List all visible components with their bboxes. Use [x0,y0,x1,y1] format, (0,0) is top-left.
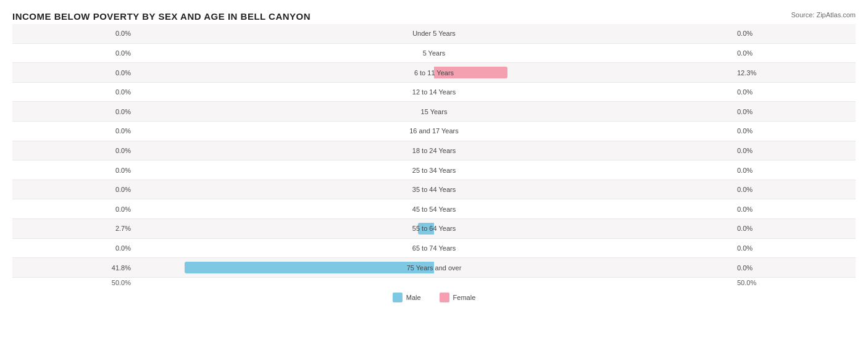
chart-container: INCOME BELOW POVERTY BY SEX AND AGE IN B… [0,0,868,345]
row-label: 25 to 34 Years [410,167,458,174]
female-label: Female [453,294,476,301]
male-color-swatch [393,293,403,302]
bars-center: 75 Years and over [136,258,732,277]
table-row: 41.8% 75 Years and over 0.0% [12,258,856,278]
rows-container: 0.0% Under 5 Years 0.0% 0.0% [12,24,856,278]
label-box: 25 to 34 Years [378,160,490,180]
bars-center: 6 to 11 Years [136,63,732,82]
row-label: Under 5 Years [410,30,458,37]
label-box: 5 Years [378,44,490,63]
table-row: 0.0% 25 to 34 Years 0.0% [12,160,856,180]
legend-male: Male [393,293,421,302]
chart-title: INCOME BELOW POVERTY BY SEX AND AGE IN B… [12,11,856,22]
label-box: 18 to 24 Years [378,141,490,160]
label-box: Under 5 Years [378,24,490,43]
label-box: 6 to 11 Years [378,63,490,82]
row-label: 35 to 44 Years [410,186,458,193]
bars-center: 25 to 34 Years [136,160,732,180]
legend-female: Female [440,293,476,302]
label-box: 12 to 14 Years [378,83,490,102]
axis-left: 50.0% [12,279,136,286]
table-row: 0.0% 12 to 14 Years 0.0% [12,83,856,102]
axis-right: 50.0% [732,279,856,286]
table-row: 0.0% 16 and 17 Years 0.0% [12,122,856,141]
table-row: 2.7% 55 to 64 Years 0.0% [12,219,856,239]
row-label: 55 to 64 Years [410,225,458,232]
table-row: 0.0% 65 to 74 Years 0.0% [12,239,856,259]
male-value: 0.0% [12,186,136,193]
male-value: 0.0% [12,30,136,37]
bars-center: 16 and 17 Years [136,122,732,141]
row-label: 15 Years [419,108,450,115]
bars-center: 12 to 14 Years [136,83,732,102]
male-value: 41.8% [12,264,136,272]
male-value: 0.0% [12,244,136,252]
male-value: 0.0% [12,147,136,154]
table-row: 0.0% 15 Years 0.0% [12,102,856,122]
female-value: 0.0% [732,167,856,174]
axis-labels: 50.0% 50.0% [12,279,856,286]
bars-center: 15 Years [136,102,732,121]
chart-area: 0.0% Under 5 Years 0.0% 0.0% [12,24,856,296]
label-box: 15 Years [378,102,490,121]
male-value: 0.0% [12,167,136,174]
male-value: 0.0% [12,49,136,57]
table-row: 0.0% 6 to 11 Years 12.3% [12,63,856,83]
source-text: Source: ZipAtlas.com [791,11,856,19]
table-row: 0.0% 18 to 24 Years 0.0% [12,141,856,161]
row-label: 75 Years and over [404,264,464,272]
male-value: 0.0% [12,69,136,77]
bars-center: 5 Years [136,44,732,63]
female-color-swatch [440,293,449,302]
female-value: 12.3% [732,69,856,77]
male-value: 0.0% [12,127,136,135]
label-box: 55 to 64 Years [378,219,490,238]
female-value: 0.0% [732,186,856,193]
row-label: 6 to 11 Years [412,69,456,77]
male-value: 0.0% [12,206,136,213]
legend-area: Male Female [12,290,856,305]
label-box: 75 Years and over [378,258,490,277]
female-value: 0.0% [732,30,856,37]
table-row: 0.0% 5 Years 0.0% [12,44,856,64]
label-box: 65 to 74 Years [378,239,490,258]
female-value: 0.0% [732,147,856,154]
bars-center: 65 to 74 Years [136,239,732,258]
table-row: 0.0% 45 to 54 Years 0.0% [12,199,856,219]
female-value: 0.0% [732,264,856,272]
bars-center: 55 to 64 Years [136,219,732,238]
male-value: 2.7% [12,225,136,232]
label-box: 45 to 54 Years [378,199,490,218]
female-value: 0.0% [732,88,856,96]
female-value: 0.0% [732,244,856,252]
male-value: 0.0% [12,108,136,115]
female-value: 0.0% [732,127,856,135]
male-value: 0.0% [12,88,136,96]
female-value: 0.0% [732,206,856,213]
row-label: 5 Years [420,49,448,57]
row-label: 16 and 17 Years [407,127,461,135]
row-label: 65 to 74 Years [410,244,458,252]
male-label: Male [406,294,421,301]
bars-center: Under 5 Years [136,24,732,43]
bars-center: 18 to 24 Years [136,141,732,160]
female-value: 0.0% [732,108,856,115]
row-label: 12 to 14 Years [410,88,458,96]
bars-center: 35 to 44 Years [136,180,732,199]
row-label: 18 to 24 Years [410,147,458,154]
row-label: 45 to 54 Years [410,206,458,213]
female-value: 0.0% [732,49,856,57]
female-value: 0.0% [732,225,856,232]
table-row: 0.0% Under 5 Years 0.0% [12,24,856,44]
label-box: 16 and 17 Years [378,122,490,141]
bars-center: 45 to 54 Years [136,199,732,218]
label-box: 35 to 44 Years [378,180,490,199]
table-row: 0.0% 35 to 44 Years 0.0% [12,180,856,200]
